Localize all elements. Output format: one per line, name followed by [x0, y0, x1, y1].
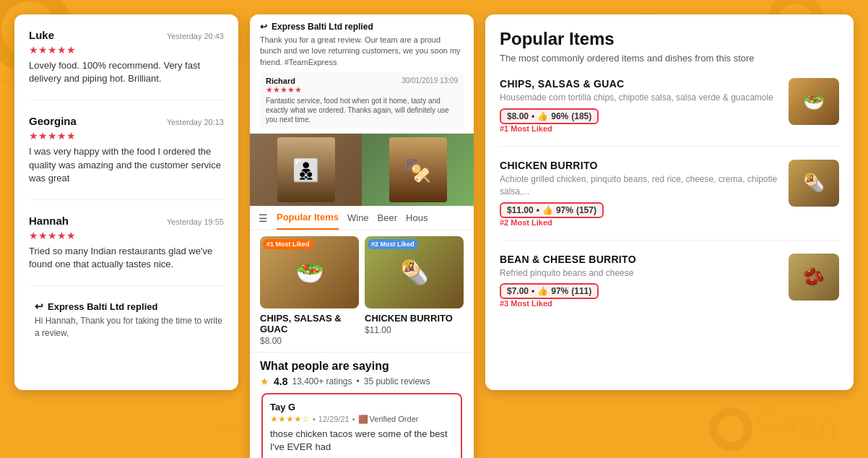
- item-price-burrito: $11.00: [365, 325, 464, 335]
- tab-popular-items[interactable]: Popular Items: [277, 206, 339, 230]
- food-name-bean: BEAN & CHEESE BURRITO: [500, 254, 780, 265]
- dot-chips: •: [531, 111, 534, 121]
- item-image-chips: #1 Most Liked 🥗: [260, 236, 359, 308]
- main-container: Luke Yesterday 20:43 ★★★★★ Lovely food. …: [14, 14, 854, 444]
- food-price-row-burrito: $11.00 • 👍 97% (157): [500, 202, 780, 218]
- like-count-burrito: (157): [576, 205, 596, 215]
- menu-icon[interactable]: ☰: [259, 207, 268, 230]
- food-name-burrito: CHICKEN BURRITO: [500, 160, 780, 171]
- food-price-row-bean: $7.00 • 👍 97% (111): [500, 283, 780, 299]
- food-name-chips: CHIPS, SALSAS & GUAC: [500, 78, 780, 90]
- tab-wine[interactable]: Wine: [347, 207, 369, 229]
- thumbup-icon-2: 👍: [542, 205, 553, 215]
- review-georgina: Georgina Yesterday 20:13 ★★★★★ I was ver…: [29, 115, 224, 200]
- richard-stars: ★★★★★: [266, 85, 458, 95]
- food-thumb-chips: 🥗: [789, 78, 839, 125]
- item-card-chips[interactable]: #1 Most Liked 🥗 CHIPS, SALSAS & GUAC $8.…: [260, 236, 359, 346]
- like-pct-burrito: 97%: [556, 205, 573, 215]
- verified-icon: 🟫: [358, 415, 368, 424]
- rating-count: 13,400+ ratings: [292, 376, 352, 386]
- items-grid: #1 Most Liked 🥗 CHIPS, SALSAS & GUAC $8.…: [250, 230, 474, 352]
- reply-arrow-icon: ↩: [260, 22, 267, 32]
- rc-dot: •: [313, 415, 316, 423]
- dot-bean: •: [531, 286, 534, 296]
- mid-top-header: ↩ Express Balti Ltd replied: [260, 22, 464, 32]
- thumbup-icon-3: 👍: [537, 286, 548, 296]
- mid-nav: ☰ Popular Items Wine Beer Hous: [250, 206, 474, 230]
- popular-items-title: Popular Items: [500, 29, 839, 49]
- review-text: Tried so many Indian restaurants glad we…: [29, 245, 224, 271]
- public-reviews: 35 public reviews: [364, 376, 430, 386]
- most-liked-badge-1: #1 Most Liked: [263, 239, 313, 249]
- rc-date: 12/29/21: [318, 415, 350, 423]
- like-count-chips: (185): [571, 111, 591, 121]
- food-photo: 🍢: [389, 137, 447, 202]
- reviewer-name: Georgina: [29, 115, 77, 127]
- saying-section: What people are saying ★ 4.8 13,400+ rat…: [250, 352, 474, 458]
- tab-hous[interactable]: Hous: [406, 207, 428, 229]
- mid-reply-label: Express Balti Ltd replied: [272, 22, 373, 32]
- reply-text: Hi Hannah, Thank you for taking the time…: [35, 315, 224, 340]
- verified-badge: 🟫 Verified Order: [358, 415, 419, 424]
- reply-label-text: Express Balti Ltd replied: [48, 301, 157, 312]
- review-luke: Luke Yesterday 20:43 ★★★★★ Lovely food. …: [29, 29, 224, 100]
- panel-reviews: Luke Yesterday 20:43 ★★★★★ Lovely food. …: [14, 14, 238, 390]
- review-text: Lovely food. 100% recommend. Very fast d…: [29, 59, 224, 85]
- food-item-burrito[interactable]: CHICKEN BURRITO Achiote grilled chicken,…: [500, 160, 839, 241]
- review-card-tayg: Tay G ★★★★☆ • 12/29/21 • 🟫 Verified Orde…: [261, 393, 462, 458]
- verified-text: Verified Order: [370, 415, 419, 423]
- reply-icon: ↩: [35, 301, 43, 312]
- item-name-burrito: CHICKEN BURRITO: [365, 313, 464, 324]
- popular-items-subtitle: The most commonly ordered items and dish…: [500, 52, 839, 65]
- most-liked-badge-2: #2 Most Liked: [368, 239, 418, 249]
- review-header: Georgina Yesterday 20:13: [29, 115, 224, 127]
- mid-top-reply: ↩ Express Balti Ltd replied Thank you fo…: [250, 14, 474, 134]
- food-desc-chips: Housemade corn tortilla chips, chipotle …: [500, 92, 780, 104]
- saying-title: What people are saying: [260, 360, 464, 373]
- rc-meta: ★★★★☆ • 12/29/21 • 🟫 Verified Order: [270, 414, 453, 424]
- review-header: Luke Yesterday 20:43: [29, 29, 224, 41]
- price-badge-chips: $8.00 • 👍 96% (185): [500, 108, 599, 124]
- reviewer-name: Luke: [29, 29, 54, 41]
- food-price-row-chips: $8.00 • 👍 96% (185): [500, 108, 780, 124]
- food-item-bean[interactable]: BEAN & CHEESE BURRITO Refried pinquito b…: [500, 254, 839, 321]
- item-name-chips: CHIPS, SALSAS & GUAC: [260, 313, 359, 334]
- people-photo: 👨‍👦‍👦: [277, 137, 335, 202]
- review-header: Hannah Yesterday 19:55: [29, 215, 224, 227]
- food-info-burrito: CHICKEN BURRITO Achiote grilled chicken,…: [500, 160, 780, 227]
- photo-food-kebab: 🍢: [362, 134, 474, 206]
- richard-date: 30/01/2019 13:09: [402, 77, 458, 85]
- liked-badge-bean: #3 Most Liked: [500, 299, 780, 308]
- food-info-chips: CHIPS, SALSAS & GUAC Housemade corn tort…: [500, 78, 780, 133]
- review-text: I was very happy with the food I ordered…: [29, 145, 224, 185]
- panel-middle: ↩ Express Balti Ltd replied Thank you fo…: [250, 14, 474, 458]
- review-date: Yesterday 20:13: [167, 118, 224, 126]
- tab-beer[interactable]: Beer: [378, 207, 397, 229]
- price-badge-burrito: $11.00 • 👍 97% (157): [500, 202, 604, 218]
- food-thumb-burrito: 🌯: [789, 160, 839, 207]
- thumb-img-chips: 🥗: [789, 78, 839, 125]
- food-item-chips[interactable]: CHIPS, SALSAS & GUAC Housemade corn tort…: [500, 78, 839, 147]
- liked-badge-chips: #1 Most Liked: [500, 124, 780, 133]
- photo-people: 👨‍👦‍👦: [250, 134, 362, 206]
- food-desc-bean: Refried pinquito beans and cheese: [500, 267, 780, 280]
- food-desc-burrito: Achiote grilled chicken, pinquito beans,…: [500, 173, 780, 198]
- reviewer-name: Hannah: [29, 215, 69, 227]
- rc-review-text: those chicken tacos were some of the bes…: [270, 428, 453, 454]
- dot-separator: •: [357, 376, 360, 386]
- item-image-burrito: #2 Most Liked 🌯: [365, 236, 464, 308]
- richard-name: Richard: [266, 77, 295, 85]
- price-bean: $7.00: [507, 286, 529, 296]
- panel-popular-items: Popular Items The most commonly ordered …: [485, 14, 854, 390]
- rc-stars: ★★★★☆: [270, 414, 310, 424]
- rating-number: 4.8: [274, 376, 287, 387]
- thumb-img-burrito: 🌯: [789, 160, 839, 207]
- richard-text: Fantastic service, food hot when got it …: [266, 96, 458, 124]
- like-pct-chips: 96%: [551, 111, 568, 121]
- item-card-burrito[interactable]: #2 Most Liked 🌯 CHICKEN BURRITO $11.00: [365, 236, 464, 346]
- price-badge-bean: $7.00 • 👍 97% (111): [500, 283, 599, 299]
- item-price-chips: $8.00: [260, 336, 359, 346]
- price-chips: $8.00: [507, 111, 529, 121]
- review-date: Yesterday 20:43: [167, 32, 224, 40]
- review-stars: ★★★★★: [29, 130, 224, 142]
